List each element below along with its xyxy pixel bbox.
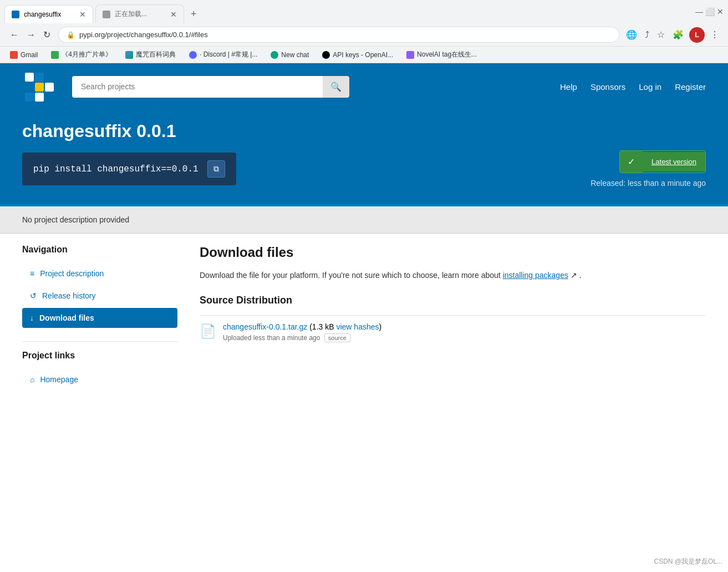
search-button[interactable]: 🔍 xyxy=(323,76,349,98)
profile-icon[interactable]: L xyxy=(689,27,705,43)
homepage-link[interactable]: ⌂ Homepage xyxy=(22,369,177,389)
download-icon: ↓ xyxy=(30,313,34,322)
search-form[interactable]: 🔍 xyxy=(72,76,349,98)
openai-favicon xyxy=(322,51,330,59)
register-link[interactable]: Register xyxy=(675,82,706,92)
extension-icon[interactable]: 🧩 xyxy=(670,27,686,42)
bookmark-discord[interactable]: · Discord | #常规 |... xyxy=(186,49,261,60)
translate-icon[interactable]: 🌐 xyxy=(624,27,639,42)
download-files-link[interactable]: ↓ Download files xyxy=(22,308,177,328)
star-icon[interactable]: ☆ xyxy=(655,27,667,42)
svg-rect-4 xyxy=(35,83,44,92)
source-badge: source xyxy=(324,333,350,342)
sponsors-link[interactable]: Sponsors xyxy=(590,82,625,92)
menu-icon[interactable]: ⋮ xyxy=(708,27,721,42)
pypi-page: 🔍 Help Sponsors Log in Register changesu… xyxy=(0,63,728,414)
new-tab-button[interactable]: + xyxy=(186,6,201,22)
url-text: pypi.org/project/changesuffix/0.0.1/#fil… xyxy=(79,31,611,39)
homepage-label: Homepage xyxy=(40,375,78,384)
hero-right: ✓ Latest version Released: less than a m… xyxy=(590,150,706,188)
latest-label[interactable]: Latest version xyxy=(643,152,705,171)
project-links-nav: ⌂ Homepage xyxy=(22,369,177,389)
help-link[interactable]: Help xyxy=(560,82,577,92)
back-button[interactable]: ← xyxy=(7,27,22,42)
release-history-link[interactable]: ↺ Release history xyxy=(22,286,177,306)
discord-favicon xyxy=(189,51,197,59)
external-link-icon: ↗ xyxy=(571,271,577,280)
view-hashes-link[interactable]: view hashes xyxy=(336,322,379,331)
bookmark-sheets[interactable]: 《4月推广片单》 xyxy=(48,49,115,60)
install-row: pip install changesuffix==0.0.1 ⧉ ✓ Late… xyxy=(22,150,706,188)
share-icon[interactable]: ⤴ xyxy=(643,28,651,42)
history-icon: ↺ xyxy=(30,291,37,300)
installing-packages-link[interactable]: installing packages xyxy=(503,271,568,280)
sidebar-item-homepage[interactable]: ⌂ Homepage xyxy=(22,369,177,389)
description-text: Download the file for your platform. If … xyxy=(200,271,503,280)
minimize-icon[interactable]: — xyxy=(695,7,703,16)
svg-rect-2 xyxy=(45,73,54,82)
mowu-favicon xyxy=(125,51,133,59)
bookmark-gmail-label: Gmail xyxy=(21,51,38,59)
sidebar: Navigation ≡ Project description ↺ Relea… xyxy=(22,245,177,403)
copy-button[interactable]: ⧉ xyxy=(207,160,225,178)
svg-rect-8 xyxy=(45,93,54,102)
pypi-main: Navigation ≡ Project description ↺ Relea… xyxy=(0,234,728,414)
lock-icon: 🔒 xyxy=(67,31,75,39)
bookmark-newchat-label: New chat xyxy=(281,51,309,59)
forward-button[interactable]: → xyxy=(23,27,39,42)
file-name-row: changesuffix-0.0.1.tar.gz (1.3 kB view h… xyxy=(223,322,706,331)
file-info: changesuffix-0.0.1.tar.gz (1.3 kB view h… xyxy=(223,322,706,342)
reload-button[interactable]: ↻ xyxy=(40,27,54,42)
tab-loading-close[interactable]: ✕ xyxy=(170,10,177,19)
search-input[interactable] xyxy=(72,76,323,98)
bookmark-mowu[interactable]: 魔咒百科词典 xyxy=(122,49,179,60)
tab-close-button[interactable]: ✕ xyxy=(79,10,86,19)
url-bar[interactable]: 🔒 pypi.org/project/changesuffix/0.0.1/#f… xyxy=(58,27,619,43)
bookmark-novelai-label: NovelAI tag在线生... xyxy=(417,50,477,59)
bookmark-novelai[interactable]: NovelAI tag在线生... xyxy=(403,49,480,60)
pypi-hero: changesuffix 0.0.1 pip install changesuf… xyxy=(0,110,728,206)
file-row: 📄 changesuffix-0.0.1.tar.gz (1.3 kB view… xyxy=(200,315,706,349)
file-meta: Uploaded less than a minute ago source xyxy=(223,333,706,342)
novelai-favicon xyxy=(406,51,414,59)
restore-icon[interactable]: ⬜ xyxy=(705,7,715,16)
description-end: . xyxy=(579,271,582,280)
pypi-nav: Help Sponsors Log in Register xyxy=(560,82,706,92)
sheets-favicon xyxy=(51,51,59,59)
svg-rect-7 xyxy=(35,93,44,102)
content-description: Download the file for your platform. If … xyxy=(200,269,706,281)
svg-rect-0 xyxy=(25,73,34,82)
bookmarks-bar: Gmail 《4月推广片单》 魔咒百科词典 · Discord | #常规 |.… xyxy=(0,46,728,63)
sidebar-item-release-history[interactable]: ↺ Release history xyxy=(22,286,177,306)
newchat-favicon xyxy=(271,51,278,59)
tab-bar: changesuffix ✕ 正在加载... ✕ + — ⬜ ✕ xyxy=(0,0,728,23)
sidebar-item-project-description[interactable]: ≡ Project description xyxy=(22,264,177,284)
tab-title: changesuffix xyxy=(24,11,75,18)
description-icon: ≡ xyxy=(30,269,34,278)
tab-loading-favicon xyxy=(103,11,110,18)
latest-version-button[interactable]: ✓ Latest version xyxy=(619,150,706,173)
sidebar-item-download-files[interactable]: ↓ Download files xyxy=(22,308,177,328)
close-icon[interactable]: ✕ xyxy=(717,7,724,16)
tab-pypi[interactable]: changesuffix ✕ xyxy=(4,5,93,23)
gmail-favicon xyxy=(10,51,18,59)
browser-actions: 🌐 ⤴ ☆ 🧩 L ⋮ xyxy=(624,27,721,43)
bookmark-mowu-label: 魔咒百科词典 xyxy=(136,50,176,59)
nav-buttons: ← → ↻ xyxy=(7,27,54,42)
login-link[interactable]: Log in xyxy=(639,82,661,92)
bookmark-gmail[interactable]: Gmail xyxy=(7,50,41,60)
bookmark-sheets-label: 《4月推广片单》 xyxy=(62,50,112,59)
no-description-banner: No project description provided xyxy=(0,206,728,234)
bookmark-openai[interactable]: API keys - OpenAI... xyxy=(319,50,396,60)
bookmark-newchat[interactable]: New chat xyxy=(267,50,312,60)
project-description-link[interactable]: ≡ Project description xyxy=(22,264,177,284)
tab-loading[interactable]: 正在加载... ✕ xyxy=(95,4,184,23)
pypi-logo[interactable] xyxy=(22,70,55,103)
release-info: Released: less than a minute ago xyxy=(590,179,706,188)
sidebar-divider xyxy=(22,341,177,342)
svg-rect-6 xyxy=(25,93,34,102)
file-size-text: (1.3 kB view hashes) xyxy=(309,322,381,331)
file-name-link[interactable]: changesuffix-0.0.1.tar.gz xyxy=(223,322,307,331)
address-bar: ← → ↻ 🔒 pypi.org/project/changesuffix/0.… xyxy=(0,23,728,46)
source-distribution-heading: Source Distribution xyxy=(200,295,706,306)
